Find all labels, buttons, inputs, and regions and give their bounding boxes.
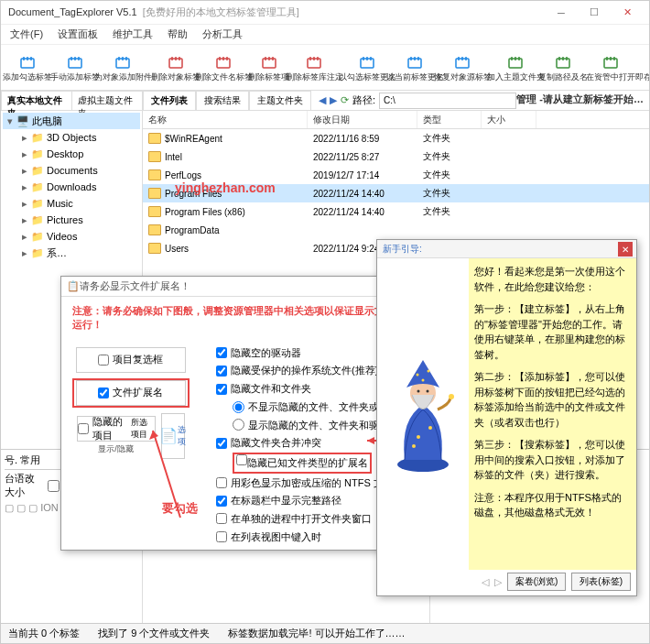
- tree-item[interactable]: ▸📁Desktop: [3, 146, 140, 162]
- guide-popup: 新手引导: ✕ 您好！看起来您是第一次使用这个软件，在此给您建议给您：第一步：【…: [376, 239, 637, 596]
- svg-point-18: [417, 374, 419, 377]
- refresh-icon[interactable]: ⟳: [341, 94, 349, 106]
- opt-extensions[interactable]: 文件扩展名: [76, 380, 186, 406]
- list-header: 名称 修改日期 类型 大小: [143, 111, 649, 129]
- col-name[interactable]: 名称: [143, 111, 308, 128]
- toolbar-为对象添加附件[interactable]: 为对象添加附件: [100, 47, 146, 89]
- annotation-select: 要勾选: [162, 500, 198, 517]
- opt-hidden[interactable]: 隐藏的项目 所选项目: [77, 416, 156, 442]
- toolbar-删除标签项[interactable]: 删除标签项: [248, 47, 289, 89]
- file-row[interactable]: $WinREAgent2022/11/16 8:59文件夹: [143, 129, 649, 147]
- toolbar-以勾选标签更名[interactable]: 以勾选标签更名: [344, 47, 390, 89]
- path-label: 路径:: [352, 93, 375, 107]
- toolbar-以当前标签更名[interactable]: 以当前标签更名: [392, 47, 438, 89]
- toggle-label: 显示/隐藏: [77, 443, 156, 455]
- toolbar-添加勾选标签[interactable]: 添加勾选标签: [5, 47, 50, 89]
- svg-point-17: [427, 390, 429, 393]
- hidden-items-checkbox[interactable]: [48, 480, 60, 492]
- toolbar-删除对象标签[interactable]: 删除对象标签: [153, 47, 199, 89]
- menu-settings[interactable]: 设置面板: [54, 26, 102, 43]
- toolbar-即存标签树[interactable]: 即存标签树: [635, 47, 649, 89]
- svg-point-19: [428, 370, 430, 373]
- toolbar: 添加勾选标签手动添加标签为对象添加附件删除对象标签删除文件名标签删除标签项删除标…: [1, 45, 649, 91]
- guide-list-button[interactable]: 列表(标签): [571, 573, 631, 591]
- path-input[interactable]: [379, 93, 516, 109]
- tree-item[interactable]: ▸📁Pictures: [3, 212, 140, 228]
- wizard-icon: [377, 258, 469, 570]
- svg-point-22: [428, 426, 432, 430]
- svg-point-23: [412, 444, 416, 448]
- minimize-button[interactable]: ─: [547, 3, 576, 23]
- guide-nav-left[interactable]: ◁: [482, 576, 489, 588]
- guide-title: 新手引导:: [377, 240, 636, 258]
- file-row[interactable]: Program Files2022/11/24 14:40文件夹: [143, 184, 649, 202]
- opt-checkboxes[interactable]: 项目复选框: [76, 347, 186, 373]
- maximize-button[interactable]: ☐: [580, 3, 609, 23]
- titlebar: Document_TagExplorer V5.1[免费好用的本地文档标签管理工…: [1, 1, 649, 25]
- menubar: 文件(F) 设置面板 维护工具 帮助 分析工具: [1, 25, 649, 45]
- status-tags: 当前共 0 个标签: [8, 627, 80, 640]
- toolbar-在资管中打开[interactable]: 在资管中打开: [588, 47, 634, 89]
- toolbar-加入主题文件夹[interactable]: 加入主题文件夹: [493, 47, 538, 89]
- status-files: 找到了 9 个文件或文件夹: [98, 627, 210, 640]
- tree-item[interactable]: ▸📁Videos: [3, 228, 140, 245]
- guide-close-button[interactable]: ✕: [618, 242, 633, 257]
- tab-real-folders[interactable]: 真实本地文件夹: [1, 91, 72, 110]
- svg-point-21: [417, 435, 420, 439]
- tree-root[interactable]: ▾🖥️此电脑: [3, 113, 140, 129]
- svg-point-16: [417, 390, 420, 393]
- toolbar-删除标签库注定[interactable]: 删除标签库注定: [291, 47, 337, 89]
- close-button[interactable]: ✕: [612, 3, 642, 23]
- tree-item[interactable]: ▸📁系…: [3, 245, 140, 261]
- svg-point-24: [449, 394, 454, 399]
- guide-browse-button[interactable]: 案卷(浏览): [507, 573, 567, 591]
- toolbar-手动添加标签[interactable]: 手动添加标签: [52, 47, 98, 89]
- toolbar-删除文件名标签[interactable]: 删除文件名标签: [200, 47, 246, 89]
- file-row[interactable]: Program Files (x86)2022/11/24 14:40文件夹: [143, 202, 649, 221]
- col-size[interactable]: 大小: [482, 111, 536, 128]
- nav-fwd-icon[interactable]: ▶: [330, 94, 337, 106]
- guide-nav-right[interactable]: ▷: [494, 576, 502, 588]
- toolbar-复制路径及名[interactable]: 复制路径及名: [540, 47, 586, 89]
- file-row[interactable]: PerfLogs2019/12/7 17:14文件夹: [143, 166, 649, 184]
- file-row[interactable]: ProgramData: [143, 221, 649, 239]
- nav-back-icon[interactable]: ◀: [319, 94, 326, 106]
- menu-analysis[interactable]: 分析工具: [199, 26, 246, 43]
- file-row[interactable]: Intel2022/11/25 8:27文件夹: [143, 147, 649, 166]
- col-date[interactable]: 修改日期: [308, 111, 417, 128]
- toolbar-恢复对象源标签[interactable]: 恢复对象源标签: [439, 47, 485, 89]
- tree-item[interactable]: ▸📁3D Objects: [3, 129, 140, 146]
- tab-file-list[interactable]: 文件列表: [143, 91, 196, 110]
- tree-item[interactable]: ▸📁Documents: [3, 162, 140, 179]
- svg-point-20: [422, 379, 425, 382]
- menu-help[interactable]: 帮助: [164, 26, 191, 43]
- statusbar: 当前共 0 个标签 找到了 9 个文件或文件夹 标签数据加载完毕! 可以开始工作…: [1, 623, 649, 643]
- status-msg: 标签数据加载完毕! 可以开始工作了……: [228, 627, 405, 640]
- tab-virtual-folders[interactable]: 虚拟主题文件夹: [71, 91, 143, 110]
- col-type[interactable]: 类型: [417, 111, 482, 128]
- tree-item[interactable]: ▸📁Music: [3, 195, 140, 212]
- window-title: Document_TagExplorer V5.1[免费好用的本地文档标签管理工…: [8, 5, 547, 19]
- guide-text: 您好！看起来您是第一次使用这个软件，在此给您建议给您：第一步：【建立标签】，从右…: [469, 258, 636, 570]
- tab-search-results[interactable]: 搜索结果: [196, 91, 249, 110]
- options-button[interactable]: 📄选项: [161, 413, 185, 459]
- tab-theme-folder[interactable]: 主题文件夹: [249, 91, 311, 110]
- menu-maintain[interactable]: 维护工具: [109, 26, 157, 43]
- menu-file[interactable]: 文件(F): [6, 26, 47, 43]
- tree-item[interactable]: ▸📁Downloads: [3, 179, 140, 195]
